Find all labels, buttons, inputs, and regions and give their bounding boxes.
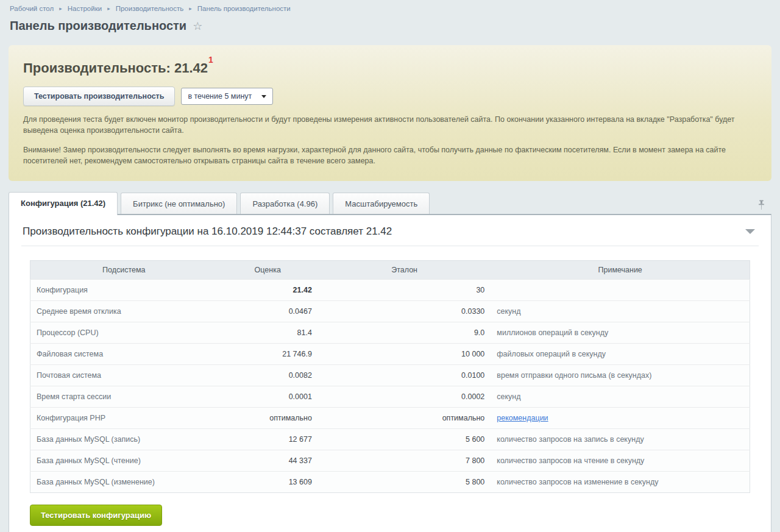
cell-subsystem: Конфигурация <box>30 279 218 300</box>
performance-test-controls: Тестировать производительность в течение… <box>23 87 757 106</box>
description-paragraph-1: Для проведения теста будет включен монит… <box>23 114 739 136</box>
cell-score: 21.42 <box>218 279 318 300</box>
cell-reference: 5 600 <box>318 428 491 450</box>
cell-subsystem: Конфигурация PHP <box>30 407 218 428</box>
section-title: Производительность конфигурации на 16.10… <box>23 225 392 238</box>
test-duration-value: в течение 5 минут <box>188 92 252 101</box>
cell-subsystem: Время старта сессии <box>30 386 218 407</box>
cell-subsystem: Среднее время отклика <box>30 300 218 322</box>
test-duration-select[interactable]: в течение 5 минут <box>181 88 273 105</box>
cell-score: 13 609 <box>218 471 318 492</box>
performance-score-text: Производительность: 21.42 <box>23 60 208 76</box>
breadcrumb-item[interactable]: Настройки <box>68 5 102 12</box>
breadcrumb-separator-icon: ▸ <box>107 5 110 12</box>
cell-reference: 9.0 <box>318 322 491 343</box>
cell-note: время отправки одного письма (в секундах… <box>491 364 750 386</box>
pin-icon[interactable] <box>757 200 765 210</box>
table-row: Процессор (CPU)81.49.0миллионов операций… <box>30 322 750 343</box>
test-performance-button[interactable]: Тестировать производительность <box>23 87 175 106</box>
cell-score: 0.0467 <box>218 300 318 322</box>
tabs-bar: Конфигурация (21.42)Битрикс (не оптималь… <box>9 192 771 214</box>
breadcrumb-separator-icon: ▸ <box>189 5 192 12</box>
table-row: Конфигурация21.4230 <box>30 279 750 300</box>
subsystem-table-wrap: Подсистема Оценка Эталон Примечание Конф… <box>30 260 750 493</box>
cell-score: 0.0082 <box>218 364 318 386</box>
cell-subsystem: База данных MySQL (изменение) <box>30 471 218 492</box>
cell-reference: 30 <box>318 279 491 300</box>
section-divider <box>21 246 759 246</box>
cell-score: 81.4 <box>218 322 318 343</box>
header-score: Оценка <box>218 260 318 279</box>
table-row: Время старта сессии0.00010.0002секунд <box>30 386 750 407</box>
cell-score: 21 746.9 <box>218 343 318 364</box>
section-header: Производительность конфигурации на 16.10… <box>21 225 759 238</box>
cell-score: 12 677 <box>218 428 318 450</box>
subsystem-table-body: Конфигурация21.4230Среднее время отклика… <box>30 279 750 492</box>
cell-note: миллионов операций в секунду <box>491 322 750 343</box>
cell-note: секунд <box>491 386 750 407</box>
cell-score: 44 337 <box>218 450 318 471</box>
cell-note: количество запросов на изменение в секун… <box>491 471 750 492</box>
cell-subsystem: Файловая система <box>30 343 218 364</box>
cell-reference: 0.0002 <box>318 386 491 407</box>
cell-note: количество запросов на запись в секунду <box>491 428 750 450</box>
table-row: Конфигурация PHPоптимальнооптимальнореко… <box>30 407 750 428</box>
performance-score-heading: Производительность: 21.421 <box>23 60 757 76</box>
test-configuration-button[interactable]: Тестировать конфигурацию <box>30 505 162 526</box>
cell-note: секунд <box>491 300 750 322</box>
cell-score: оптимально <box>218 407 318 428</box>
page-title: Панель производительности <box>10 19 186 33</box>
tab-inactive[interactable]: Разработка (4.96) <box>240 193 330 214</box>
cell-reference: оптимально <box>318 407 491 428</box>
cell-note: количество запросов на чтение в секунду <box>491 450 750 471</box>
performance-panel-page: Рабочий стол▸Настройки▸Производительност… <box>0 0 780 532</box>
cell-note: рекомендации <box>491 407 750 428</box>
breadcrumb-item[interactable]: Рабочий стол <box>10 5 54 12</box>
table-header-row: Подсистема Оценка Эталон Примечание <box>30 260 750 279</box>
table-row: База данных MySQL (изменение)13 6095 800… <box>30 471 750 492</box>
cell-subsystem: База данных MySQL (запись) <box>30 428 218 450</box>
performance-summary-panel: Производительность: 21.421 Тестировать п… <box>9 45 771 181</box>
cell-reference: 0.0100 <box>318 364 491 386</box>
cell-note <box>491 279 750 300</box>
cell-reference: 5 800 <box>318 471 491 492</box>
cell-reference: 0.0330 <box>318 300 491 322</box>
cell-score: 0.0001 <box>218 386 318 407</box>
performance-description: Для проведения теста будет включен монит… <box>23 114 757 166</box>
breadcrumb: Рабочий стол▸Настройки▸Производительност… <box>0 0 780 12</box>
cell-reference: 10 000 <box>318 343 491 364</box>
table-row: Среднее время отклика0.04670.0330секунд <box>30 300 750 322</box>
tab-inactive[interactable]: Масштабируемость <box>333 193 430 214</box>
subsystem-table: Подсистема Оценка Эталон Примечание Конф… <box>30 260 750 493</box>
cell-subsystem: Почтовая система <box>30 364 218 386</box>
cell-subsystem: Процессор (CPU) <box>30 322 218 343</box>
header-reference: Эталон <box>318 260 491 279</box>
description-paragraph-2: Внимание! Замер производительности следу… <box>23 144 739 166</box>
table-row: Файловая система21 746.910 000файловых о… <box>30 343 750 364</box>
cell-reference: 7 800 <box>318 450 491 471</box>
select-caret-icon <box>261 95 266 98</box>
table-row: Почтовая система0.00820.0100время отправ… <box>30 364 750 386</box>
breadcrumb-item[interactable]: Панель производительности <box>197 5 291 12</box>
breadcrumb-separator-icon: ▸ <box>59 5 62 12</box>
breadcrumb-item[interactable]: Производительность <box>116 5 184 12</box>
favorite-star-icon[interactable]: ☆ <box>193 21 202 32</box>
header-note: Примечание <box>491 260 750 279</box>
recommendations-link[interactable]: рекомендации <box>497 414 548 422</box>
tab-inactive[interactable]: Битрикс (не оптимально) <box>121 193 237 214</box>
cell-subsystem: База данных MySQL (чтение) <box>30 450 218 471</box>
table-row: База данных MySQL (чтение)44 3377 800кол… <box>30 450 750 471</box>
collapse-section-icon[interactable] <box>745 229 755 234</box>
table-row: База данных MySQL (запись)12 6775 600кол… <box>30 428 750 450</box>
tab-active[interactable]: Конфигурация (21.42) <box>9 192 118 215</box>
configuration-tab-content: Производительность конфигурации на 16.10… <box>9 214 771 532</box>
header-subsystem: Подсистема <box>30 260 218 279</box>
page-title-row: Панель производительности ☆ <box>0 12 780 33</box>
cell-note: файловых операций в секунду <box>491 343 750 364</box>
footnote-marker: 1 <box>208 55 213 65</box>
